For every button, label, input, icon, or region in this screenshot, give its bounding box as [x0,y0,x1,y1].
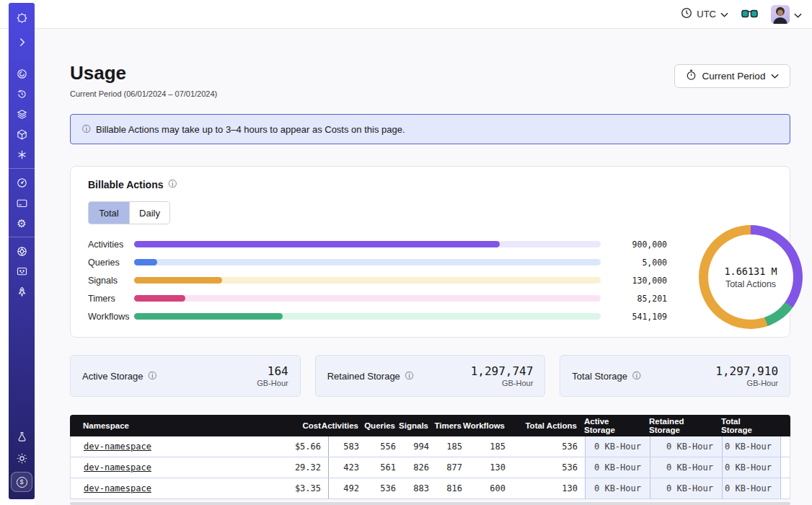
bar-fill [134,277,222,284]
cube-icon[interactable] [9,125,35,144]
info-icon[interactable]: ⓘ [149,370,157,382]
total-actions-label: Total Actions [725,279,776,289]
table-header-row: NamespaceCostActivitiesQueriesSignalsTim… [70,415,790,436]
cell-cost: $3.35 [258,478,329,499]
history-icon[interactable] [9,84,35,103]
cell-cost: $5.66 [258,436,329,457]
column-header-retained_storage: Retained Storage [649,415,721,436]
total-storage-value: 1,297,910 [715,364,778,378]
bar-row: Queries5,000 [88,253,676,271]
donut-center: 1.66131 M Total Actions [708,234,793,320]
theme-sun-icon[interactable] [9,449,35,467]
column-header-workflows: Workflows [469,415,512,436]
main-content: Usage Current Period (06/01/2024 – 07/01… [35,29,812,505]
bar-track [134,259,601,265]
total-actions-value: 1.66131 M [724,265,777,277]
support-lifebuoy-icon[interactable] [9,242,35,260]
bar-row: Activities900,000 [88,235,676,253]
temporal-logo-icon[interactable] [9,8,35,27]
table-row: dev-namespace$3.354925368838166001300 KB… [71,478,790,499]
bar-track [134,295,601,302]
bar-fill [134,295,185,302]
bar-value: 130,000 [601,276,667,286]
cell-timers: 816 [436,478,469,499]
sidebar-divider [9,168,35,169]
stopwatch-icon [686,69,697,83]
bar-fill [134,313,283,320]
retained-storage-value: 1,297,747 [471,364,534,378]
cell-total_actions: 536 [513,436,585,457]
namespace-usage-table: NamespaceCostActivitiesQueriesSignalsTim… [70,415,790,499]
bar-label: Workflows [88,312,134,322]
info-icon[interactable]: ⓘ [632,370,641,382]
cell-queries: 536 [366,478,403,499]
namespace-link[interactable]: dev-namespace [84,483,151,493]
namespaces-icon[interactable] [9,64,35,83]
cell-total_storage: 0 KB-Hour [722,457,781,478]
retained-storage-unit: GB-Hour [471,379,534,387]
billing-card-icon[interactable] [9,193,35,212]
lab-flask-icon[interactable] [9,427,35,446]
retained-storage-card: Retained Storage ⓘ 1,297,747 GB-Hour [315,355,546,397]
cell-retained_storage: 0 KB-Hour [650,478,722,499]
glasses-icon[interactable] [741,9,758,19]
total-actions-donut-chart: 1.66131 M Total Actions [699,225,803,329]
chevron-right-icon[interactable] [9,32,35,51]
total-storage-unit: GB-Hour [715,379,778,387]
user-menu[interactable] [771,5,802,24]
rocket-icon[interactable] [9,282,35,301]
bar-label: Timers [88,294,134,304]
column-header-namespace: Namespace [70,415,257,436]
sidebar-divider [9,237,35,237]
horizontal-scrollbar[interactable] [70,502,790,505]
bar-value: 541,109 [601,312,667,322]
cell-active_storage: 0 KB-Hour [585,457,650,478]
active-storage-label: Active Storage ⓘ [82,370,157,382]
billable-actions-title: Billable Actions ⓘ [88,178,177,190]
timezone-selector[interactable]: UTC [681,7,728,21]
cell-total_actions: 536 [513,457,585,478]
chevron-down-icon [771,74,779,79]
cell-workflows: 130 [469,457,513,478]
cell-workflows: 185 [469,436,513,457]
asterisk-icon[interactable] [9,145,35,164]
bar-row: Signals130,000 [88,271,676,289]
app-sidebar: ⚙ $ [9,3,35,499]
period-dropdown-label: Current Period [702,71,766,82]
pricing-coin-icon[interactable]: $ [11,472,32,492]
tab-daily[interactable]: Daily [129,202,169,224]
column-header-total_actions: Total Actions [512,415,584,436]
cell-signals: 883 [403,478,436,499]
period-dropdown-button[interactable]: Current Period [674,64,790,88]
info-icon[interactable]: ⓘ [169,178,177,190]
bar-track [134,277,601,284]
docs-monitor-icon[interactable] [9,262,35,281]
cell-active_storage: 0 KB-Hour [585,478,650,499]
tab-total[interactable]: Total [89,202,129,224]
layers-icon[interactable] [9,105,35,123]
cell-activities: 423 [329,457,366,478]
bar-row: Timers85,201 [88,289,676,307]
namespace-link[interactable]: dev-namespace [84,442,151,452]
namespace-link[interactable]: dev-namespace [84,462,151,473]
column-header-cost: Cost [257,415,328,436]
cell-retained_storage: 0 KB-Hour [650,436,722,457]
active-storage-unit: GB-Hour [257,379,288,387]
column-header-total_storage: Total Storage [721,415,780,436]
total-storage-card: Total Storage ⓘ 1,297,910 GB-Hour [560,355,790,397]
cell-timers: 185 [436,436,469,457]
info-banner-text: Billable Actions may take up to 3–4 hour… [96,124,405,135]
settings-gear-icon[interactable]: ⚙ [9,214,35,232]
usage-gauge-icon[interactable] [9,173,35,192]
bar-fill [134,241,500,247]
bar-value: 900,000 [601,240,667,250]
page-subtitle: Current Period (06/01/2024 – 07/01/2024) [70,89,217,98]
user-avatar [771,5,790,24]
active-storage-card: Active Storage ⓘ 164 GB-Hour [70,355,301,397]
column-header-queries: Queries [366,415,402,436]
info-icon[interactable]: ⓘ [405,370,414,382]
column-header-activities: Activities [328,415,366,436]
chevron-down-icon [720,9,728,19]
info-icon: ⓘ [82,123,91,136]
timezone-label: UTC [697,9,716,19]
